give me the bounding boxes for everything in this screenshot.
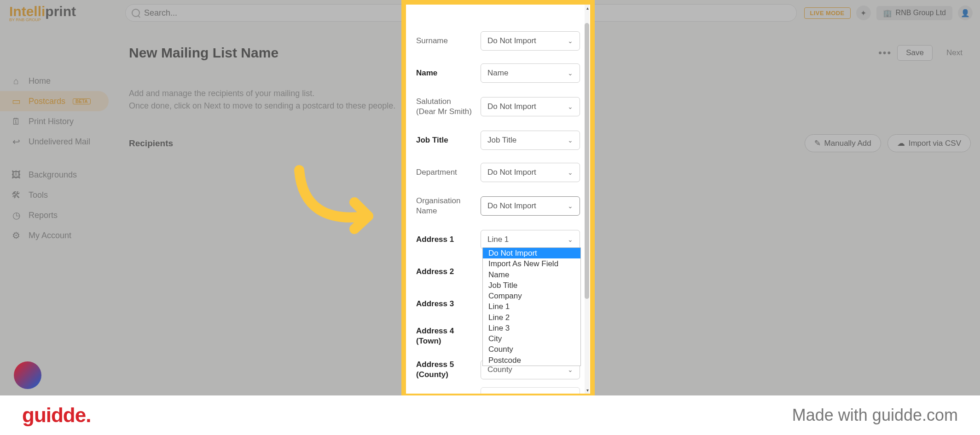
guidde-banner: guidde. Made with guidde.com [0,395,980,435]
import-mapping-modal: ▴ ▾ Surname Do Not Import⌄ Name Name⌄ Sa… [401,0,595,398]
footer-text: Made with guidde.com [792,406,958,425]
scroll-thumb[interactable] [585,23,589,299]
field-label-address4: Address 4 (Town) [416,326,472,346]
dropdown-option[interactable]: Company [483,291,580,301]
nav-postcards[interactable]: ▭ Postcards BETA [0,91,109,111]
field-label-address1: Address 1 [416,235,472,245]
chevron-down-icon: ⌄ [568,393,573,394]
scrollbar[interactable]: ▴ ▾ [585,5,589,394]
cloud-upload-icon: ☁ [897,138,905,148]
chevron-down-icon: ⌄ [568,137,573,144]
nav-backgrounds[interactable]: 🖼 Backgrounds [0,165,120,185]
chevron-down-icon: ⌄ [568,236,573,243]
dropdown-option[interactable]: City [483,333,580,344]
manually-add-button[interactable]: ✎ Manually Add [805,134,881,152]
org-selector[interactable]: 🏢 RNB Group Ltd [876,6,952,20]
more-actions[interactable]: ••• [878,47,892,59]
logo: Intelliprint BY RNB GROUP [7,4,118,22]
dropdown-option[interactable]: Name [483,269,580,280]
field-label-address2: Address 2 [416,267,472,277]
select-salutation[interactable]: Do Not Import⌄ [481,97,580,116]
import-csv-button[interactable]: ☁ Import via CSV [887,134,971,152]
select-department[interactable]: Do Not Import⌄ [481,163,580,182]
next-button[interactable]: Next [938,46,971,60]
beta-badge: BETA [73,98,90,104]
field-label-name: Name [416,68,472,78]
gear-icon: ⚙ [11,230,21,240]
field-label-salutation: Salutation (Dear Mr Smith) [416,97,472,117]
select-postcode[interactable]: Postcode⌄ [481,387,580,394]
image-icon: 🖼 [11,170,21,180]
chevron-down-icon: ⌄ [568,103,573,110]
save-button[interactable]: Save [897,45,933,61]
user-avatar[interactable]: 👤 [958,6,973,20]
select-jobtitle[interactable]: Job Title⌄ [481,131,580,150]
nav-reports[interactable]: ◷ Reports [0,205,120,225]
dropdown-option[interactable]: Line 1 [483,301,580,312]
dropdown-option[interactable]: Import As New Field [483,258,580,269]
dropdown-option[interactable]: Line 3 [483,323,580,333]
scroll-up-arrow[interactable]: ▴ [586,6,589,11]
field-label-address5: Address 5 (County) [416,360,472,380]
nav-tools[interactable]: 🛠 Tools [0,185,120,205]
nav-home[interactable]: ⌂ Home [0,71,120,91]
scroll-down-arrow[interactable]: ▾ [586,388,589,393]
dropdown-option[interactable]: Postcode [483,355,580,366]
nav-account[interactable]: ⚙ My Account [0,225,120,246]
mapping-dropdown[interactable]: Do Not Import Import As New Field Name J… [482,247,581,366]
live-mode-badge: LIVE MODE [804,7,851,19]
clock-icon: ◷ [11,210,21,220]
tools-icon: 🛠 [11,190,21,200]
chevron-down-icon: ⌄ [568,202,573,210]
home-icon: ⌂ [11,76,21,86]
field-label-address3: Address 3 [416,299,472,309]
recipients-heading: Recipients [129,138,173,149]
dropdown-option[interactable]: Do Not Import [483,248,580,258]
chat-widget[interactable] [14,361,41,389]
nav-undelivered[interactable]: ↩ Undelivered Mail [0,132,120,152]
select-address1[interactable]: Line 1⌄ [481,230,580,249]
arrow-annotation [285,161,405,244]
dropdown-option[interactable]: Job Title [483,280,580,291]
guidde-logo: guidde. [22,404,91,427]
postcard-icon: ▭ [11,96,21,106]
sidebar: ⌂ Home ▭ Postcards BETA 🗓 Print History … [0,28,120,257]
field-label-org: Organisation Name [416,196,472,216]
chevron-down-icon: ⌄ [568,37,573,45]
calendar-icon: 🗓 [11,116,21,126]
building-icon: 🏢 [883,9,892,17]
field-label-jobtitle: Job Title [416,135,472,145]
field-label-postcode: Postcode [416,392,472,394]
select-name[interactable]: Name⌄ [481,63,580,83]
pencil-icon: ✎ [814,138,821,148]
dropdown-option[interactable]: Line 2 [483,312,580,323]
return-icon: ↩ [11,137,21,147]
field-label-surname: Surname [416,36,472,46]
chevron-down-icon: ⌄ [568,366,573,373]
nav-print-history[interactable]: 🗓 Print History [0,111,120,132]
field-label-department: Department [416,167,472,177]
dropdown-option[interactable]: County [483,344,580,355]
chevron-down-icon: ⌄ [568,69,573,77]
select-surname[interactable]: Do Not Import⌄ [481,31,580,51]
select-organisation[interactable]: Do Not Import⌄ [481,196,580,216]
chevron-down-icon: ⌄ [568,169,573,176]
help-icon[interactable]: ✦ [856,6,871,20]
